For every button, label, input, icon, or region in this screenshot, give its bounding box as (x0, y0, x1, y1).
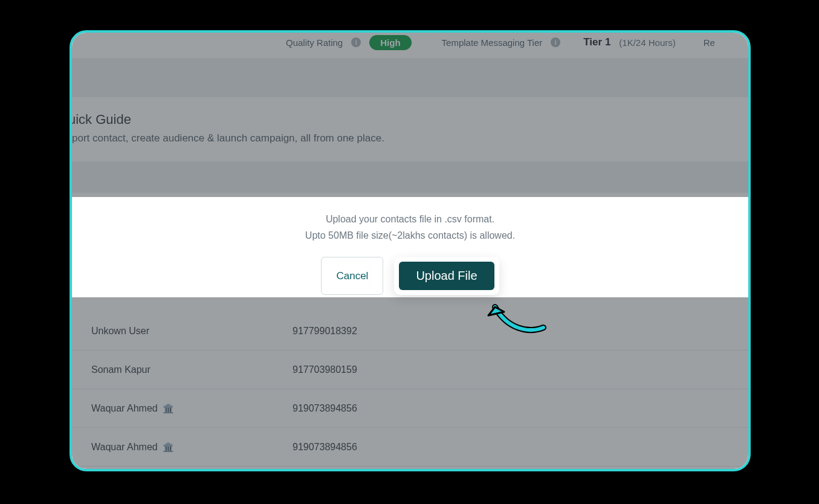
device-frame: Quality Rating i High Template Messaging… (70, 30, 751, 471)
tier-value: Tier 1 (583, 36, 610, 48)
contact-name-cell: Unkown User (72, 326, 293, 337)
contact-name-cell: Waquar Ahmed🏛️ (72, 442, 293, 453)
upload-file-button[interactable]: Upload File (399, 262, 494, 290)
quick-guide-title: uick Guide (70, 112, 748, 128)
table-row[interactable]: Sonam Kapur917703980159 (72, 351, 748, 389)
contacts-table: Unkown User917799018392Sonam Kapur917703… (72, 312, 748, 467)
quality-rating-label: Quality Rating (286, 37, 343, 48)
table-row[interactable]: Waquar Ahmed🏛️919073894856 (72, 428, 748, 467)
quick-guide-subtitle: port contact, create audience & launch c… (72, 132, 748, 144)
upload-button-card: Upload File (394, 257, 499, 295)
contact-badge-icon: 🏛️ (163, 403, 174, 414)
table-row[interactable]: Waquar Ahmed🏛️919073894856 (72, 389, 748, 428)
quality-rating-badge: High (369, 35, 411, 50)
contact-phone-cell: 917799018392 (293, 326, 748, 337)
contact-name: Waquar Ahmed (91, 403, 158, 414)
table-row[interactable]: Unkown User917799018392 (72, 312, 748, 351)
contact-name-cell: Sonam Kapur (72, 364, 293, 375)
contact-phone-cell: 919073894856 (293, 442, 748, 453)
contact-name: Waquar Ahmed (91, 442, 158, 453)
contact-name: Sonam Kapur (91, 364, 151, 375)
header-strip: Quality Rating i High Template Messaging… (72, 33, 748, 58)
cancel-button[interactable]: Cancel (321, 257, 383, 295)
upload-modal: Upload your contacts file in .csv format… (72, 193, 748, 312)
contact-phone-cell: 917703980159 (293, 364, 748, 375)
pagination-bar: ❮ 1-16 of 16 ❯ 25 per page ▼ (72, 467, 748, 471)
contact-name-cell: Waquar Ahmed🏛️ (72, 403, 293, 414)
modal-line1: Upload your contacts file in .csv format… (72, 211, 748, 227)
quick-guide-section: uick Guide port contact, create audience… (72, 97, 748, 161)
tier-note: (1K/24 Hours) (619, 37, 675, 48)
contact-name: Unkown User (91, 326, 149, 337)
trailing-cut-text: Re (704, 37, 715, 48)
template-tier-label: Template Messaging Tier (442, 37, 543, 48)
contact-phone-cell: 919073894856 (293, 403, 748, 414)
info-icon[interactable]: i (351, 37, 361, 47)
contact-badge-icon: 🏛️ (163, 442, 174, 453)
modal-line2: Upto 50MB file size(~2lakhs contacts) is… (72, 227, 748, 244)
info-icon[interactable]: i (551, 37, 560, 47)
